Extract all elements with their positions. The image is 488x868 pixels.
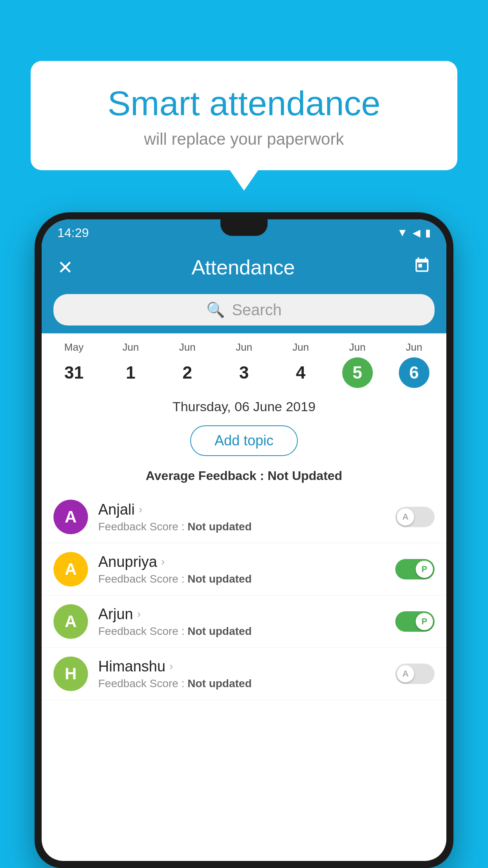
student-list: A Anjali › Feedback Score : Not updated …: [42, 491, 446, 700]
attendance-toggle[interactable]: P: [395, 559, 435, 579]
notch: [220, 219, 268, 236]
student-info: Anupriya › Feedback Score : Not updated: [98, 554, 395, 585]
avatar: A: [53, 500, 88, 534]
phone-frame: 14:29 ▼ ◀ ▮ ✕ Attendance 🔍 Search: [35, 212, 453, 868]
bubble-subtitle: will replace your paperwork: [50, 130, 438, 149]
toggle-wrap[interactable]: A: [395, 664, 435, 684]
student-info: Anjali › Feedback Score : Not updated: [98, 501, 395, 533]
toggle-thumb: A: [397, 665, 414, 682]
cal-month: Jun: [272, 341, 329, 353]
speech-bubble: Smart attendance will replace your paper…: [31, 61, 457, 170]
calendar-icon[interactable]: [413, 257, 431, 278]
attendance-toggle[interactable]: A: [395, 507, 435, 527]
wifi-icon: ▼: [397, 226, 408, 239]
add-topic-button[interactable]: Add topic: [190, 425, 298, 456]
cal-day[interactable]: Jun 6: [386, 341, 442, 388]
avg-feedback-label: Average Feedback :: [146, 469, 268, 483]
app-bar-title: Attendance: [191, 256, 295, 279]
cal-day[interactable]: Jun 1: [102, 341, 159, 388]
toggle-thumb: A: [397, 508, 414, 526]
search-icon: 🔍: [206, 301, 225, 318]
student-item[interactable]: A Arjun › Feedback Score : Not updated P: [42, 596, 446, 648]
signal-icon: ◀: [413, 227, 420, 239]
cal-month: Jun: [102, 341, 159, 353]
toggle-wrap[interactable]: P: [395, 559, 435, 579]
phone-inner: 14:29 ▼ ◀ ▮ ✕ Attendance 🔍 Search: [42, 219, 446, 861]
app-bar: ✕ Attendance: [42, 246, 446, 289]
bubble-title: Smart attendance: [50, 85, 438, 123]
cal-date: 1: [115, 357, 146, 388]
status-bar: 14:29 ▼ ◀ ▮: [42, 219, 446, 246]
feedback-score: Feedback Score : Not updated: [98, 677, 395, 690]
attendance-toggle[interactable]: A: [395, 664, 435, 684]
calendar-row: May 31 Jun 1 Jun 2 Jun 3 Jun 4 Jun 5 Jun…: [42, 333, 446, 388]
cal-date: 31: [59, 357, 89, 388]
search-label: Search: [232, 301, 282, 319]
cal-month: Jun: [216, 341, 272, 353]
search-bar-container: 🔍 Search: [42, 289, 446, 333]
cal-month: May: [46, 341, 102, 353]
chevron-icon: ›: [161, 555, 165, 568]
avatar: A: [53, 552, 88, 587]
battery-icon: ▮: [425, 227, 431, 239]
feedback-score: Feedback Score : Not updated: [98, 625, 395, 638]
selected-date: Thursday, 06 June 2019: [42, 388, 446, 421]
toggle-wrap[interactable]: P: [395, 611, 435, 632]
cal-day[interactable]: Jun 5: [329, 341, 385, 388]
status-time: 14:29: [57, 226, 89, 240]
student-name: Himanshu ›: [98, 658, 395, 675]
avatar: H: [53, 657, 88, 691]
chevron-icon: ›: [137, 608, 141, 620]
student-info: Himanshu › Feedback Score : Not updated: [98, 658, 395, 690]
toggle-thumb: P: [416, 613, 433, 630]
chevron-icon: ›: [139, 503, 142, 516]
avatar: A: [53, 604, 88, 639]
student-name: Anjali ›: [98, 501, 395, 518]
cal-month: Jun: [329, 341, 385, 353]
student-item[interactable]: A Anupriya › Feedback Score : Not update…: [42, 543, 446, 596]
cal-day[interactable]: Jun 4: [272, 341, 329, 388]
cal-day[interactable]: Jun 3: [216, 341, 272, 388]
student-item[interactable]: A Anjali › Feedback Score : Not updated …: [42, 491, 446, 543]
student-info: Arjun › Feedback Score : Not updated: [98, 606, 395, 638]
student-item[interactable]: H Himanshu › Feedback Score : Not update…: [42, 648, 446, 700]
add-topic-container: Add topic: [42, 421, 446, 465]
cal-day[interactable]: May 31: [46, 341, 102, 388]
avg-feedback-value: Not Updated: [268, 469, 342, 483]
student-name: Anupriya ›: [98, 554, 395, 570]
cal-date: 2: [172, 357, 203, 388]
attendance-toggle[interactable]: P: [395, 611, 435, 632]
toggle-wrap[interactable]: A: [395, 507, 435, 527]
average-feedback: Average Feedback : Not Updated: [42, 465, 446, 491]
close-icon[interactable]: ✕: [57, 256, 73, 278]
student-name: Arjun ›: [98, 606, 395, 623]
feedback-score: Feedback Score : Not updated: [98, 520, 395, 533]
feedback-score: Feedback Score : Not updated: [98, 573, 395, 585]
cal-date: 6: [399, 357, 429, 388]
cal-date: 5: [342, 357, 373, 388]
search-bar[interactable]: 🔍 Search: [53, 294, 435, 326]
cal-month: Jun: [386, 341, 442, 353]
cal-date: 3: [229, 357, 259, 388]
cal-date: 4: [285, 357, 316, 388]
status-icons: ▼ ◀ ▮: [397, 226, 431, 239]
cal-day[interactable]: Jun 2: [159, 341, 216, 388]
cal-month: Jun: [159, 341, 216, 353]
toggle-thumb: P: [416, 561, 433, 578]
chevron-icon: ›: [169, 660, 173, 673]
